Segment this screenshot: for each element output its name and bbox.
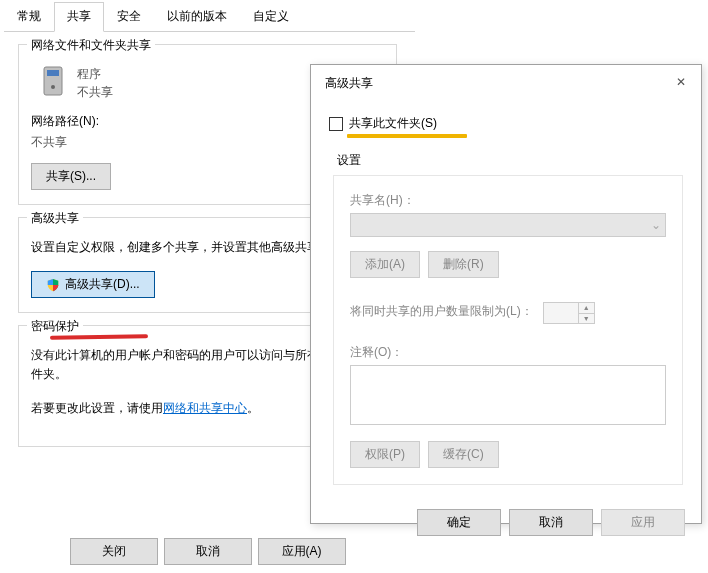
add-button: 添加(A): [350, 251, 420, 278]
tab-security[interactable]: 安全: [104, 2, 154, 31]
password-change-suffix: 。: [247, 401, 259, 415]
share-button[interactable]: 共享(S)...: [31, 163, 111, 190]
settings-label: 设置: [337, 152, 683, 169]
tab-sharing[interactable]: 共享: [54, 2, 104, 32]
section-title-password: 密码保护: [27, 318, 83, 335]
section-title-network-sharing: 网络文件和文件夹共享: [27, 37, 155, 54]
comment-textarea: [350, 365, 666, 425]
advanced-title: 高级共享: [325, 75, 373, 92]
share-name-combo: ⌄: [350, 213, 666, 237]
chevron-down-icon: ⌄: [651, 218, 661, 232]
svg-rect-1: [47, 70, 59, 76]
advanced-titlebar: 高级共享 ✕: [311, 65, 701, 101]
tab-strip: 常规 共享 安全 以前的版本 自定义: [4, 2, 415, 32]
shield-icon: [46, 278, 60, 292]
close-icon[interactable]: ✕: [671, 73, 691, 93]
adv-cancel-button[interactable]: 取消: [509, 509, 593, 536]
network-sharing-center-link[interactable]: 网络和共享中心: [163, 401, 247, 415]
section-title-advanced: 高级共享: [27, 210, 83, 227]
folder-name: 程序: [77, 65, 113, 83]
share-folder-checkbox-label: 共享此文件夹(S): [349, 115, 437, 132]
tab-customize[interactable]: 自定义: [240, 2, 302, 31]
advanced-actions: 确定 取消 应用: [311, 499, 701, 536]
spinner-down-icon: ▼: [578, 314, 594, 324]
perm-cache-row: 权限(P) 缓存(C): [350, 441, 666, 468]
close-button[interactable]: 关闭: [70, 538, 158, 565]
advanced-share-button-label: 高级共享(D)...: [65, 276, 140, 293]
svg-point-2: [51, 85, 55, 89]
annotation-yellow-underline: [347, 134, 467, 138]
user-limit-row: 将同时共享的用户数量限制为(L)： ▲ ▼: [350, 302, 666, 324]
spinner-up-icon: ▲: [578, 303, 594, 314]
folder-status: 不共享: [77, 83, 113, 101]
share-folder-checkbox-row: 共享此文件夹(S): [329, 115, 683, 132]
folder-info: 程序 不共享: [77, 65, 113, 101]
apply-button[interactable]: 应用(A): [258, 538, 346, 565]
dialog-actions: 关闭 取消 应用(A): [0, 538, 415, 565]
password-change-prefix: 若要更改此设置，请使用: [31, 401, 163, 415]
adv-apply-button: 应用: [601, 509, 685, 536]
spinner-buttons: ▲ ▼: [578, 303, 594, 323]
folder-icon: [39, 65, 67, 97]
settings-group: 共享名(H)： ⌄ 添加(A) 删除(R) 将同时共享的用户数量限制为(L)： …: [333, 175, 683, 485]
permissions-button: 权限(P): [350, 441, 420, 468]
add-remove-row: 添加(A) 删除(R): [350, 251, 666, 278]
advanced-sharing-dialog: 高级共享 ✕ 共享此文件夹(S) 设置 共享名(H)： ⌄ 添加(A) 删除(R…: [310, 64, 702, 524]
advanced-body: 共享此文件夹(S) 设置 共享名(H)： ⌄ 添加(A) 删除(R) 将同时共享…: [311, 101, 701, 499]
cache-button: 缓存(C): [428, 441, 499, 468]
advanced-share-button[interactable]: 高级共享(D)...: [31, 271, 155, 298]
tab-previous-versions[interactable]: 以前的版本: [154, 2, 240, 31]
cancel-button[interactable]: 取消: [164, 538, 252, 565]
remove-button: 删除(R): [428, 251, 499, 278]
tab-general[interactable]: 常规: [4, 2, 54, 31]
share-folder-checkbox[interactable]: [329, 117, 343, 131]
comment-label: 注释(O)：: [350, 344, 666, 361]
user-limit-spinner: ▲ ▼: [543, 302, 595, 324]
user-limit-label: 将同时共享的用户数量限制为(L)：: [350, 303, 533, 320]
ok-button[interactable]: 确定: [417, 509, 501, 536]
share-name-label: 共享名(H)：: [350, 192, 666, 209]
